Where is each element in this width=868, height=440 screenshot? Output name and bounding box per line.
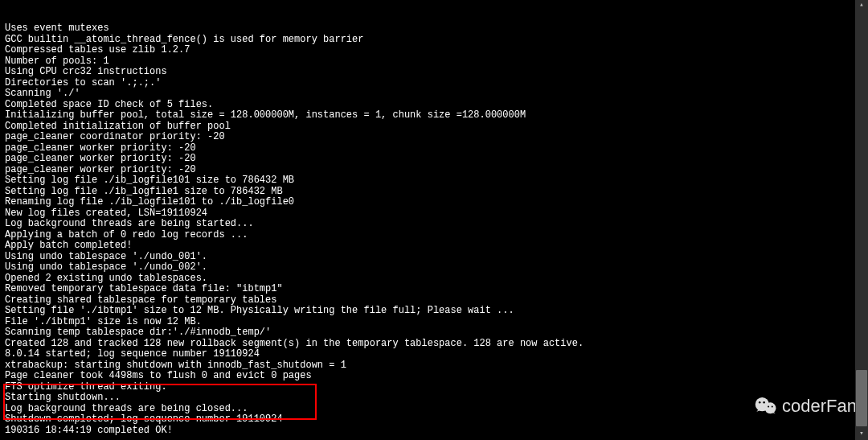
- terminal-line: Log background threads are being started…: [5, 219, 863, 230]
- terminal-line: File './ibtmp1' size is now 12 MB.: [5, 317, 863, 328]
- svg-point-5: [772, 405, 773, 407]
- terminal-output: Uses event mutexesGCC builtin __atomic_t…: [0, 0, 868, 440]
- terminal-line: Completed initialization of buffer pool: [5, 121, 863, 133]
- terminal-line: page_cleaner coordinator priority: -20: [5, 132, 863, 143]
- terminal-line: Setting file './ibtmp1' size to 12 MB. P…: [5, 306, 863, 317]
- terminal-line: Opened 2 existing undo tablespaces.: [5, 273, 863, 285]
- terminal-line: Log background threads are being closed.…: [5, 404, 863, 415]
- terminal-line: Shutdown completed; log sequence number …: [5, 414, 863, 426]
- terminal-line: Applying a batch of 0 redo log records .…: [5, 230, 863, 241]
- terminal-line: page_cleaner worker priority: -20: [5, 143, 863, 154]
- scroll-down-icon[interactable]: ▾: [855, 429, 868, 440]
- vertical-scrollbar[interactable]: ▴ ▾: [855, 0, 868, 440]
- terminal-line: Setting log file ./ib_logfile1 size to 7…: [5, 187, 863, 198]
- terminal-line: FTS optimize thread exiting.: [5, 382, 863, 393]
- terminal-line: Using undo tablespace './undo_001'.: [5, 252, 863, 263]
- terminal-line: Page cleaner took 4498ms to flush 0 and …: [5, 371, 863, 382]
- terminal-line: Scanning './': [5, 88, 863, 100]
- terminal-line: Initializing buffer pool, total size = 1…: [5, 110, 863, 121]
- terminal-line: Using undo tablespace './undo_002'.: [5, 262, 863, 273]
- terminal-line: New log files created, LSN=19110924: [5, 208, 863, 220]
- terminal-line: Completed space ID check of 5 files.: [5, 100, 863, 111]
- watermark-text: coderFan: [782, 401, 857, 412]
- terminal-line: Compressed tables use zlib 1.2.7: [5, 45, 863, 56]
- terminal-line: page_cleaner worker priority: -20: [5, 154, 863, 165]
- terminal-line: 8.0.14 started; log sequence number 1911…: [5, 349, 863, 360]
- terminal-line: Setting log file ./ib_logfile101 size to…: [5, 175, 863, 187]
- terminal-line: Created 128 and tracked 128 new rollback…: [5, 339, 863, 350]
- svg-point-4: [768, 405, 769, 407]
- svg-point-2: [759, 401, 760, 403]
- terminal-line: Directories to scan '.;.;.': [5, 78, 863, 89]
- terminal-line: page_cleaner worker priority: -20: [5, 165, 863, 176]
- terminal-line: 190316 18:44:19 completed OK!: [5, 426, 863, 437]
- scroll-up-icon[interactable]: ▴: [855, 0, 868, 11]
- terminal-line: Creating shared tablespace for temporary…: [5, 295, 863, 306]
- terminal-line: Renaming log file ./ib_logfile101 to ./i…: [5, 197, 863, 208]
- watermark: coderFan: [755, 395, 857, 417]
- terminal-line: Using CPU crc32 instructions: [5, 67, 863, 78]
- wechat-icon: [755, 395, 777, 417]
- terminal-line: Apply batch completed!: [5, 241, 863, 252]
- terminal-line: Scanning temp tablespace dir:'./#innodb_…: [5, 327, 863, 339]
- svg-point-1: [764, 402, 776, 413]
- scrollbar-thumb[interactable]: [856, 370, 867, 426]
- terminal-line: Number of pools: 1: [5, 56, 863, 68]
- svg-point-3: [763, 401, 764, 403]
- terminal-line: Removed temporary tablespace data file: …: [5, 284, 863, 295]
- terminal-line: GCC builtin __atomic_thread_fence() is u…: [5, 35, 863, 46]
- terminal-line: xtrabackup: starting shutdown with innod…: [5, 360, 863, 372]
- terminal-line: Uses event mutexes: [5, 23, 863, 35]
- terminal-line: Starting shutdown...: [5, 393, 863, 404]
